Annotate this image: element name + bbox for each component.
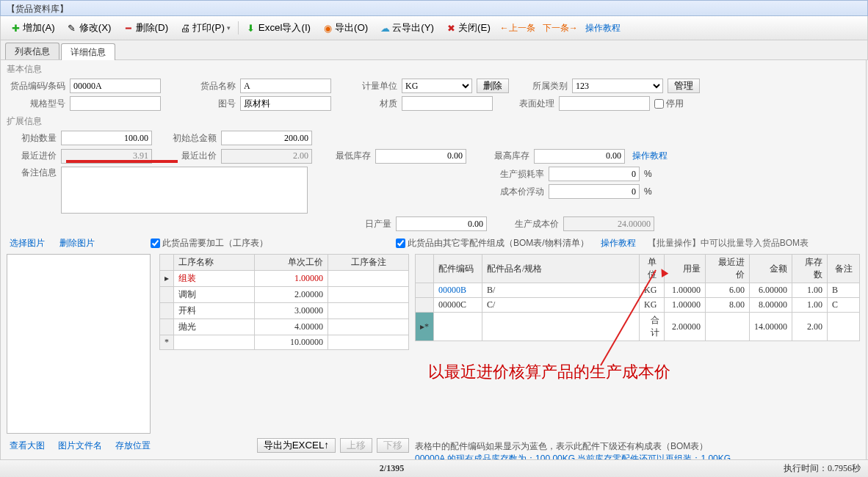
row-selector-icon[interactable]: ▸: [160, 271, 174, 287]
last-out-price-input: [221, 149, 312, 164]
excel-import-button[interactable]: ⬇Excel导入(I): [241, 19, 316, 37]
annotation-underline: [66, 160, 178, 163]
edit-button[interactable]: ✎修改(X): [62, 19, 117, 37]
del-pic-link[interactable]: 删除图片: [57, 236, 98, 251]
material-input[interactable]: [402, 96, 493, 111]
table-row: 调制2.00000: [160, 287, 409, 303]
tabstrip: 列表信息 详细信息: [0, 40, 868, 60]
table-row: 开料3.00000: [160, 303, 409, 319]
exec-time: 执行时间：0.7956秒: [784, 462, 868, 475]
bom-col-name: 配件品名/规格: [482, 255, 640, 283]
dropdown-icon: ▾: [227, 24, 231, 32]
init-qty-label: 初始数量: [7, 132, 57, 145]
export-excel-button[interactable]: 导出为EXCEL↑: [257, 438, 336, 453]
surface-input[interactable]: [559, 96, 650, 111]
plus-icon: ✚: [10, 23, 21, 33]
prod-cost-input: [563, 216, 654, 231]
proc-col-remark: 工序备注: [328, 255, 409, 271]
toolbar: ✚增加(A) ✎修改(X) ━删除(D) 🖨打印(P) ▾ ⬇Excel导入(I…: [0, 16, 868, 40]
remark-textarea[interactable]: [61, 167, 308, 214]
bom-table[interactable]: 配件编码 配件品名/规格 单位 用量 最近进价 金额 库存数 备注 00000B…: [415, 254, 860, 341]
cost-float-input[interactable]: [549, 184, 640, 199]
unit-delete-button[interactable]: 删除: [477, 79, 509, 93]
init-qty-input[interactable]: [61, 131, 152, 145]
category-select[interactable]: 123: [572, 79, 663, 93]
bom-col-price: 最近进价: [706, 255, 750, 283]
minus-icon: ━: [123, 23, 134, 33]
edit-icon: ✎: [67, 23, 77, 33]
page-indicator: 2/1395: [0, 463, 784, 474]
panel-body: 基本信息 货品编码/条码 货品名称 计量单位 KG 删除 所属类别 123 管理…: [0, 60, 867, 477]
max-stock-label: 最高库存: [487, 150, 529, 162]
max-stock-input[interactable]: [534, 149, 625, 164]
stop-checkbox[interactable]: 停用: [654, 98, 684, 110]
name-label: 货品名称: [193, 80, 236, 92]
category-manage-button[interactable]: 管理: [668, 79, 700, 93]
ext-tutorial-link[interactable]: 操作教程: [629, 148, 670, 164]
code-label: 货品编码/条码: [7, 80, 65, 92]
min-stock-input[interactable]: [375, 149, 466, 164]
remark-label: 备注信息: [7, 167, 57, 179]
percent-label: %: [644, 169, 652, 179]
table-total-row: ▸*合计2.0000014.000002.00: [416, 313, 860, 341]
status-bar: 2/1395 执行时间：0.7956秒: [0, 459, 868, 477]
need-process-checkbox[interactable]: 此货品需要加工（工序表）: [151, 237, 268, 250]
min-stock-label: 最低库存: [328, 150, 371, 162]
image-box[interactable]: [7, 254, 151, 434]
prod-cost-label: 生产成本价: [507, 218, 559, 230]
spec-input[interactable]: [70, 96, 161, 111]
ext-info-title: 扩展信息: [7, 115, 860, 128]
annotation-text: 以最近进价核算产品的生产成本价: [428, 361, 670, 383]
export-button[interactable]: ◉导出(O): [317, 19, 373, 37]
bom-tutorial-link[interactable]: 操作教程: [598, 236, 639, 251]
bom-col-remark: 备注: [828, 255, 860, 283]
loss-rate-label: 生产损耗率: [493, 168, 544, 181]
batch-note: 【批量操作】中可以批量导入货品BOM表: [648, 237, 809, 250]
tab-list-info[interactable]: 列表信息: [5, 43, 59, 59]
bom-col-amount: 金额: [750, 255, 792, 283]
table-row: ▸组装1.00000: [160, 271, 409, 287]
close-icon: ✖: [446, 23, 456, 33]
cost-float-label: 成本价浮动: [493, 186, 544, 198]
pic-filename-link[interactable]: 图片文件名: [55, 438, 105, 454]
day-output-label: 日产量: [349, 218, 391, 230]
mid-strip: 选择图片 删除图片 此货品需要加工（工序表） 此货品由其它零配件组成（BOM表/…: [7, 236, 860, 251]
bom-blue-hint: 表格中的配件编码如果显示为蓝色，表示此配件下级还有构成表（BOM表）: [415, 440, 860, 453]
drawing-input[interactable]: [240, 96, 331, 111]
close-button[interactable]: ✖关闭(E): [441, 19, 496, 37]
delete-button[interactable]: ━删除(D): [118, 19, 174, 37]
print-button[interactable]: 🖨打印(P) ▾: [175, 19, 236, 37]
day-output-input[interactable]: [396, 216, 487, 231]
print-icon: 🖨: [180, 23, 190, 33]
move-up-button[interactable]: 上移: [340, 438, 372, 453]
table-new-row: *10.00000: [160, 335, 409, 350]
basic-info-group: 基本信息 货品编码/条码 货品名称 计量单位 KG 删除 所属类别 123 管理…: [7, 63, 860, 111]
proc-col-name: 工序名称: [174, 255, 255, 271]
code-input[interactable]: [70, 79, 161, 93]
cloud-export-button[interactable]: ☁云导出(Y): [375, 19, 439, 37]
spec-label: 规格型号: [7, 98, 65, 110]
view-big-link[interactable]: 查看大图: [7, 438, 48, 454]
name-input[interactable]: [240, 79, 331, 93]
unit-label: 计量单位: [355, 80, 397, 92]
next-record-link[interactable]: 下一条→: [540, 21, 581, 36]
select-pic-link[interactable]: 选择图片: [7, 236, 48, 251]
process-table[interactable]: 工序名称单次工价工序备注 ▸组装1.00000 调制2.00000 开料3.00…: [159, 254, 409, 350]
window-title: 【货品资料库】: [7, 4, 68, 14]
download-icon: ⬇: [246, 23, 256, 33]
init-amt-input[interactable]: [221, 131, 312, 145]
add-button[interactable]: ✚增加(A): [5, 19, 60, 37]
new-row-icon[interactable]: *: [160, 335, 174, 350]
proc-col-price: 单次工价: [255, 255, 328, 271]
new-row-icon[interactable]: ▸*: [416, 313, 434, 341]
tab-detail-info[interactable]: 详细信息: [61, 43, 115, 60]
unit-select[interactable]: KG: [402, 79, 472, 93]
loss-rate-input[interactable]: [549, 167, 640, 181]
prev-record-link[interactable]: ←上一条: [497, 21, 538, 36]
move-down-button[interactable]: 下移: [377, 438, 409, 453]
storage-loc-link[interactable]: 存放位置: [112, 438, 153, 454]
has-bom-checkbox[interactable]: 此货品由其它零配件组成（BOM表/物料清单）: [396, 237, 589, 250]
table-row: 抛光4.00000: [160, 319, 409, 335]
drawing-label: 图号: [193, 98, 236, 110]
tutorial-link[interactable]: 操作教程: [582, 21, 623, 36]
